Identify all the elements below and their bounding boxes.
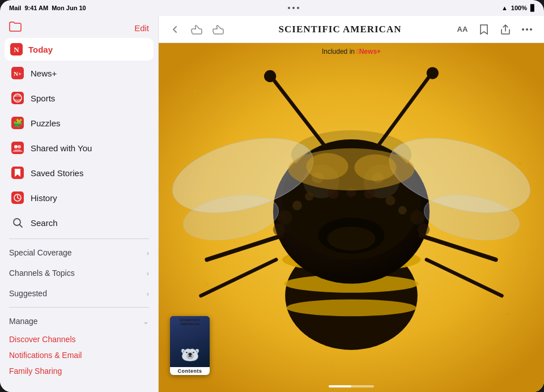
svg-text:🧩: 🧩 (13, 118, 23, 128)
sidebar: Edit N Today N+ (0, 16, 159, 392)
svg-point-22 (475, 101, 480, 105)
sidebar-header: Edit (0, 16, 158, 38)
dot3 (297, 7, 299, 9)
svg-line-15 (20, 225, 23, 228)
shared-icon (10, 140, 25, 155)
battery-level: 100% (511, 5, 527, 11)
sidebar-item-news-plus[interactable]: N+ News+ (5, 61, 154, 86)
bee-image-area: SCIENTIFICAMERICAN 🐻‍❄️ Contents (159, 43, 544, 392)
article-subtitle: Included in News+ (159, 48, 544, 56)
svg-point-29 (286, 299, 416, 316)
section-special-coverage[interactable]: Special Coverage › (0, 242, 158, 263)
sidebar-item-label-today: Today (28, 45, 53, 54)
sidebar-item-search[interactable]: Search (5, 210, 154, 235)
magazine-thumb-image: SCIENTIFICAMERICAN 🐻‍❄️ (170, 316, 210, 367)
svg-point-47 (292, 201, 302, 210)
manage-section[interactable]: Manage ⌄ (0, 311, 158, 331)
publication-title: SCIENTIFIC AMERICAN (279, 24, 402, 35)
subtitle-text: Included in (322, 48, 356, 56)
svg-point-65 (306, 153, 348, 180)
share-button[interactable] (496, 20, 515, 39)
sidebar-item-shared[interactable]: Shared with You (5, 135, 154, 160)
news-plus-icon: N+ (10, 66, 25, 80)
sidebar-item-label-news-plus: News+ (31, 69, 57, 78)
sidebar-item-today[interactable]: N Today (5, 38, 154, 61)
sidebar-item-saved[interactable]: Saved Stories (5, 160, 154, 185)
content-area: SCIENTIFIC AMERICAN AA (159, 16, 544, 392)
bookmark-button[interactable] (475, 20, 493, 39)
sidebar-item-label-sports: Sports (31, 93, 55, 103)
svg-text:N+: N+ (14, 70, 22, 77)
sidebar-item-label-search: Search (31, 218, 58, 228)
svg-point-9 (14, 145, 18, 148)
svg-text:N: N (14, 45, 19, 54)
battery-icon: ▊ (530, 5, 535, 12)
status-center-dots (288, 7, 299, 9)
status-right: ▲ 100% ▊ (502, 5, 535, 12)
sidebar-item-label-puzzles: Puzzles (31, 118, 61, 128)
dot2 (292, 7, 295, 9)
app-container: Edit N Today N+ (0, 16, 544, 392)
font-size-button[interactable]: AA (453, 20, 471, 39)
back-button[interactable] (167, 21, 184, 38)
edit-button[interactable]: Edit (134, 23, 149, 33)
special-coverage-label: Special Coverage (9, 248, 72, 257)
manage-chevron: ⌄ (143, 317, 149, 326)
svg-rect-8 (11, 142, 24, 154)
discover-channels-link[interactable]: Discover Channels (0, 331, 158, 347)
wifi-icon: ▲ (502, 5, 508, 11)
divider-2 (9, 307, 149, 308)
section-suggested[interactable]: Suggested › (0, 283, 158, 304)
section-channels-topics[interactable]: Channels & Topics › (0, 263, 158, 283)
more-button[interactable] (518, 20, 536, 39)
time: 9:41 AM (24, 5, 48, 11)
sidebar-item-sports[interactable]: Sports (5, 86, 154, 110)
dislike-button[interactable] (188, 21, 205, 38)
notifications-email-link[interactable]: Notifications & Email (0, 347, 158, 363)
article-content: Included in News+ (159, 43, 544, 392)
channels-topics-chevron: › (147, 269, 149, 278)
suggested-label: Suggested (9, 289, 47, 298)
sidebar-folder-icon (9, 22, 22, 35)
sidebar-nav: N Today N+ News+ (0, 38, 158, 235)
today-icon: N (10, 43, 23, 56)
svg-point-23 (518, 162, 521, 164)
family-sharing-link[interactable]: Family Sharing (0, 363, 158, 379)
dot1 (288, 7, 290, 9)
svg-point-66 (354, 154, 396, 181)
sidebar-item-label-saved: Saved Stories (31, 168, 83, 178)
status-left: Mail 9:41 AM Mon Jun 10 (9, 5, 86, 11)
suggested-chevron: › (147, 289, 149, 298)
search-icon (10, 215, 25, 230)
svg-point-10 (18, 145, 21, 148)
svg-point-61 (273, 224, 285, 236)
special-coverage-chevron: › (147, 249, 149, 257)
svg-point-53 (398, 206, 407, 215)
sports-icon (10, 91, 25, 105)
like-button[interactable] (210, 21, 227, 38)
page-indicator (329, 385, 374, 387)
magazine-thumb-bear-icon: 🐻‍❄️ (180, 346, 200, 364)
app-name: Mail (9, 5, 21, 11)
article-toolbar: SCIENTIFIC AMERICAN AA (159, 16, 544, 43)
status-bar: Mail 9:41 AM Mon Jun 10 ▲ 100% ▊ (0, 0, 544, 16)
svg-point-62 (410, 210, 424, 224)
svg-point-60 (278, 210, 292, 224)
svg-point-40 (264, 70, 276, 82)
svg-point-52 (386, 196, 396, 206)
svg-point-24 (205, 282, 209, 286)
sidebar-item-history[interactable]: History (5, 185, 154, 210)
svg-point-48 (305, 192, 313, 201)
manage-label: Manage (9, 317, 38, 326)
sidebar-item-label-history: History (31, 193, 57, 203)
svg-point-55 (328, 227, 376, 250)
svg-point-18 (530, 28, 532, 31)
toolbar-title-area: SCIENTIFIC AMERICAN (231, 24, 449, 35)
channels-topics-label: Channels & Topics (9, 269, 75, 278)
divider-1 (9, 238, 149, 239)
magazine-thumbnail[interactable]: SCIENTIFICAMERICAN 🐻‍❄️ Contents (170, 316, 210, 375)
svg-point-16 (522, 28, 524, 31)
sidebar-item-puzzles[interactable]: 🧩 Puzzles (5, 110, 154, 135)
magazine-thumb-label: Contents (170, 367, 210, 375)
history-icon (10, 190, 25, 205)
